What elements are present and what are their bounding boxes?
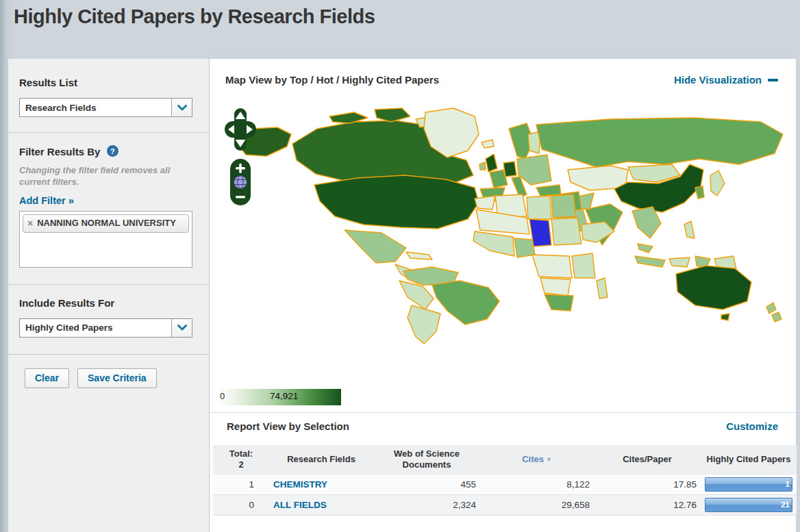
field-link-all-fields[interactable]: ALL FIELDS (273, 500, 327, 510)
results-list-dropdown[interactable]: Research Fields (19, 98, 192, 117)
map-controls (223, 108, 258, 214)
page: Highly Cited Papers by Research Fields R… (0, 0, 800, 532)
col-research-fields: Research Fields (269, 445, 373, 474)
col-cites-label: Cites (522, 454, 544, 464)
col-highly-cited: Highly Cited Papers (701, 445, 797, 474)
help-icon[interactable]: ? (107, 145, 118, 157)
map-zoom-control (230, 159, 251, 205)
cites-per-paper-value: 12.76 (594, 494, 701, 515)
report-header: Report View by Selection Customize (227, 420, 778, 432)
world-map[interactable] (227, 101, 790, 375)
report-view-title: Report View by Selection (227, 420, 349, 432)
field-link-chemistry[interactable]: CHEMISTRY (273, 479, 327, 490)
country-south-africa (545, 294, 573, 311)
chevron-down-icon[interactable] (171, 319, 192, 337)
sort-desc-icon: ▼ (546, 456, 552, 463)
highly-cited-value: 21 (781, 501, 792, 509)
row-index: 0 (213, 494, 269, 515)
cites-per-paper-value: 17.85 (594, 474, 701, 494)
filter-tag-box: × NANNING NORMAL UNIVERSITY (19, 211, 192, 268)
results-list-label: Results List (19, 77, 198, 88)
cites-value: 8,122 (480, 474, 594, 494)
include-results-dropdown[interactable]: Highly Cited Papers (19, 318, 192, 338)
map-legend: 0 74,921 (216, 389, 341, 405)
highly-cited-bar: 1 (705, 477, 792, 492)
cites-value: 29,658 (480, 494, 594, 515)
filter-section: Filter Results By ? Changing the filter … (8, 133, 209, 284)
page-title: Highly Cited Papers by Research Fields (14, 5, 375, 28)
highly-cited-bar: 21 (705, 498, 792, 512)
highly-cited-value: 1 (786, 480, 792, 488)
include-results-label: Include Results For (19, 297, 198, 309)
map-header: Map View by Top / Hot / Highly Cited Pap… (225, 74, 778, 86)
add-filter-link[interactable]: Add Filter » (19, 195, 74, 206)
remove-filter-icon[interactable]: × (27, 218, 33, 229)
results-list-value: Research Fields (20, 103, 171, 113)
save-criteria-button[interactable]: Save Criteria (77, 368, 157, 388)
map-pan-control (225, 108, 256, 151)
col-total: Total: 2 (213, 445, 269, 474)
main-panel: Map View by Top / Hot / Highly Cited Pap… (209, 59, 796, 532)
table-row: 1 CHEMISTRY 455 8,122 17.85 1 (213, 474, 797, 494)
legend-max-label: 74,921 (270, 391, 298, 401)
table-header-row: Total: 2 Research Fields Web of Science … (213, 445, 797, 474)
minus-icon (768, 79, 778, 81)
results-list-section: Results List Research Fields (8, 59, 209, 132)
map-area (227, 101, 790, 375)
country-japan (710, 170, 725, 196)
zoom-out-icon (236, 196, 245, 199)
table-row: 0 ALL FIELDS 2,324 29,658 12.76 21 (213, 494, 797, 515)
section-divider (210, 412, 796, 413)
col-cites-sort[interactable]: Cites▼ (480, 445, 594, 474)
country-brazil (432, 281, 499, 325)
customize-link[interactable]: Customize (726, 420, 778, 432)
hide-visualization-link[interactable]: Hide Visualization (674, 74, 778, 86)
documents-value: 2,324 (373, 494, 480, 515)
country-germany (503, 162, 516, 177)
sidebar-buttons: Clear Save Criteria (8, 355, 209, 388)
chevron-down-icon[interactable] (171, 99, 192, 116)
country-egypt (551, 194, 576, 218)
country-australia (676, 266, 751, 309)
row-index: 1 (213, 474, 269, 494)
documents-value: 455 (373, 474, 480, 494)
country-usa (314, 175, 479, 229)
map-view-title: Map View by Top / Hot / Highly Cited Pap… (225, 74, 439, 86)
total-label: Total: (217, 448, 265, 459)
filter-tag[interactable]: × NANNING NORMAL UNIVERSITY (23, 214, 189, 233)
country-russia (536, 118, 783, 167)
globe-icon (234, 176, 247, 189)
sidebar: Results List Research Fields Filter Resu… (8, 59, 209, 532)
total-value: 2 (217, 459, 265, 470)
col-documents: Web of Science Documents (373, 445, 480, 474)
country-uk (486, 154, 497, 172)
filter-note: Changing the filter field removes all cu… (19, 164, 198, 188)
legend-min-label: 0 (220, 391, 225, 401)
include-results-section: Include Results For Highly Cited Papers (8, 285, 209, 354)
country-mexico (345, 230, 406, 263)
clear-button[interactable]: Clear (25, 368, 69, 388)
filter-label: Filter Results By (19, 146, 100, 157)
filter-tag-label: NANNING NORMAL UNIVERSITY (37, 218, 176, 229)
col-cites-per-paper: Cites/Paper (594, 445, 701, 474)
hide-visualization-label: Hide Visualization (674, 74, 762, 86)
report-table: Total: 2 Research Fields Web of Science … (213, 445, 797, 516)
include-results-value: Highly Cited Papers (20, 322, 171, 333)
